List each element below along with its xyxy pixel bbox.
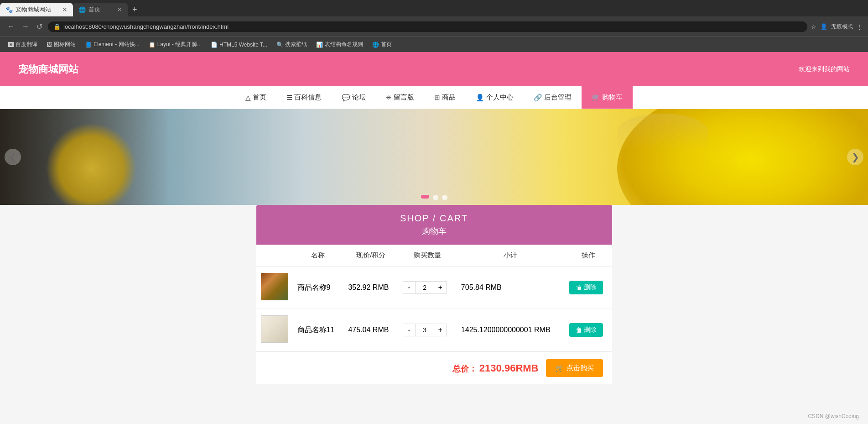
nav-home-label: 首页	[253, 93, 266, 102]
cart-item-1-decrease-button[interactable]: -	[403, 281, 416, 294]
tab-favicon-2: 🌐	[78, 6, 86, 13]
carousel-dots	[421, 195, 447, 200]
bookmark-label-4: Layui - 经典开源...	[157, 41, 202, 48]
cart-item-2-name: 商品名称11	[293, 309, 344, 351]
cart-item-2-delete-button[interactable]: 🗑 删除	[569, 323, 603, 337]
cart-header: SHOP / CART 购物车	[256, 205, 612, 245]
nav-forum-icon: 💬	[342, 94, 350, 102]
checkout-button[interactable]: 🛒 点击购买	[546, 359, 603, 377]
cart-item-2-qty-input[interactable]	[416, 324, 434, 336]
cart-item-1-delete-button[interactable]: 🗑 删除	[569, 281, 603, 294]
cart-footer: 总价： 2130.96RMB 🛒 点击购买	[256, 351, 612, 384]
delete-label-2: 删除	[584, 326, 597, 334]
site-title: 宠物商城网站	[18, 63, 78, 76]
cart-item-2-price: 475.04 RMB	[343, 309, 398, 351]
nav-forum[interactable]: 💬 论坛	[332, 86, 376, 109]
cart-item-1-qty-input[interactable]	[416, 281, 434, 294]
checkout-label: 点击购买	[567, 364, 594, 372]
cart-table-header-row: 名称 现价/积分 购买数量 小计 操作	[256, 245, 612, 267]
nav-profile-icon: 👤	[476, 94, 484, 102]
bookmark-homepage[interactable]: 🌐 首页	[369, 40, 395, 49]
nav-cart[interactable]: 🛒 购物车	[582, 86, 633, 109]
tab-label-1: 宠物商城网站	[16, 5, 51, 14]
nav-guestbook[interactable]: ✳ 留言版	[376, 86, 424, 109]
nav-cart-icon: 🛒	[592, 94, 600, 102]
forward-button[interactable]: →	[20, 21, 31, 32]
cart-item-1-name: 商品名称9	[293, 267, 344, 309]
trash-icon-1: 🗑	[576, 284, 582, 291]
nav-profile[interactable]: 👤 个人中心	[466, 86, 524, 109]
reload-button[interactable]: ↺	[35, 21, 44, 33]
browser-bookmarks: 🅱 百度翻译 🖼 图标网站 📘 Element - 网站快... 📋 Layui…	[0, 37, 868, 52]
carousel: ❮ ❯	[0, 109, 868, 205]
user-avatar: 👤	[820, 23, 827, 30]
site-welcome: 欢迎来到我的网站	[799, 65, 850, 73]
bookmark-label-2: 图标网站	[54, 41, 76, 48]
col-name-header: 名称	[293, 245, 344, 267]
carousel-dot-2[interactable]	[433, 195, 438, 200]
cart-item-2-qty-cell: - +	[398, 309, 457, 351]
bookmark-html5[interactable]: 📄 HTML5 Website T...	[208, 41, 270, 49]
cart-table: 名称 现价/积分 购买数量 小计 操作 商品名称9 352.92 RMB	[256, 245, 612, 351]
col-price-header: 现价/积分	[343, 245, 398, 267]
carousel-content	[0, 109, 868, 205]
cart-item-row-1: 商品名称9 352.92 RMB - + 705.84 RMB 🗑 删除	[256, 267, 612, 309]
nav-wiki-label: 百科信息	[294, 93, 322, 102]
new-tab-button[interactable]: +	[128, 5, 142, 15]
cart-table-body: 商品名称9 352.92 RMB - + 705.84 RMB 🗑 删除	[256, 267, 612, 351]
cart-header-cn: 购物车	[265, 225, 604, 236]
bookmark-icon-site[interactable]: 🖼 图标网站	[44, 40, 78, 49]
nav-admin-icon: 🔗	[534, 94, 542, 102]
browser-tab-active[interactable]: 🐾 宠物商城网站 ✕	[0, 3, 73, 16]
nav-home[interactable]: △ 首页	[235, 86, 276, 109]
star-icon[interactable]: ☆	[811, 23, 816, 30]
tab-close-2[interactable]: ✕	[117, 6, 122, 13]
carousel-decoration-top	[617, 114, 708, 150]
bookmark-table-rules[interactable]: 📊 表结构命名规则	[313, 40, 366, 49]
cart-item-row-2: 商品名称11 475.04 RMB - + 1425.1200000000001…	[256, 309, 612, 351]
bookmark-layui[interactable]: 📋 Layui - 经典开源...	[146, 40, 204, 49]
browser-address-bar: ← → ↺ 🔒 localhost:8080/chongwushangcheng…	[0, 16, 868, 37]
back-button[interactable]: ←	[5, 21, 16, 32]
col-subtotal-header: 小计	[457, 245, 565, 267]
profile-label: 无痕模式	[831, 23, 853, 31]
cart-item-1-subtotal: 705.84 RMB	[457, 267, 565, 309]
cart-item-1-qty-control: - +	[403, 281, 452, 294]
nav-products[interactable]: ⊞ 商品	[424, 86, 466, 109]
nav-cart-label: 购物车	[602, 93, 623, 102]
delete-label-1: 删除	[584, 283, 597, 292]
nav-wiki[interactable]: ☰ 百科信息	[276, 86, 332, 109]
carousel-dot-3[interactable]	[442, 195, 447, 200]
bookmark-baidu-translate[interactable]: 🅱 百度翻译	[5, 40, 40, 49]
bookmark-element[interactable]: 📘 Element - 网站快...	[82, 40, 142, 49]
nav-profile-label: 个人中心	[486, 93, 514, 102]
bookmark-label-8: 首页	[381, 41, 392, 48]
total-amount: 2130.96RMB	[479, 362, 539, 374]
menu-icon[interactable]: ⋮	[857, 23, 863, 30]
lock-icon: 🔒	[53, 23, 61, 30]
nav-guestbook-label: 留言版	[394, 93, 414, 102]
browser-tab-bar: 🐾 宠物商城网站 ✕ 🌐 首页 ✕ +	[0, 0, 868, 16]
carousel-dot-1[interactable]	[421, 195, 429, 199]
browser-tab-inactive[interactable]: 🌐 首页 ✕	[73, 3, 128, 16]
trash-icon-2: 🗑	[576, 326, 582, 334]
bookmark-wallpaper[interactable]: 🔍 搜索壁纸	[274, 40, 310, 49]
nav-products-label: 商品	[442, 93, 456, 102]
cart-item-2-subtotal: 1425.1200000000001 RMB	[457, 309, 565, 351]
total-label: 总价： 2130.96RMB	[452, 362, 539, 374]
cart-item-2-decrease-button[interactable]: -	[403, 324, 416, 336]
cart-item-1-increase-button[interactable]: +	[434, 281, 447, 294]
bookmark-icon-7: 📊	[316, 42, 323, 48]
address-box[interactable]: 🔒 localhost:8080/chongwushangchengwangzh…	[48, 21, 807, 32]
nav-admin[interactable]: 🔗 后台管理	[524, 86, 582, 109]
cart-item-2-qty-control: - +	[403, 324, 452, 336]
tab-close-1[interactable]: ✕	[62, 6, 68, 13]
cart-checkout-icon: 🛒	[555, 364, 564, 372]
cart-item-2-increase-button[interactable]: +	[434, 324, 447, 336]
bookmark-icon-8: 🌐	[372, 42, 379, 48]
carousel-next-button[interactable]: ❯	[847, 149, 863, 165]
bookmark-icon-1: 🅱	[8, 42, 14, 48]
carousel-prev-button[interactable]: ❮	[5, 149, 21, 165]
nav-admin-label: 后台管理	[544, 93, 572, 102]
browser-nav-right: ☆ 👤 无痕模式 ⋮	[811, 23, 863, 31]
